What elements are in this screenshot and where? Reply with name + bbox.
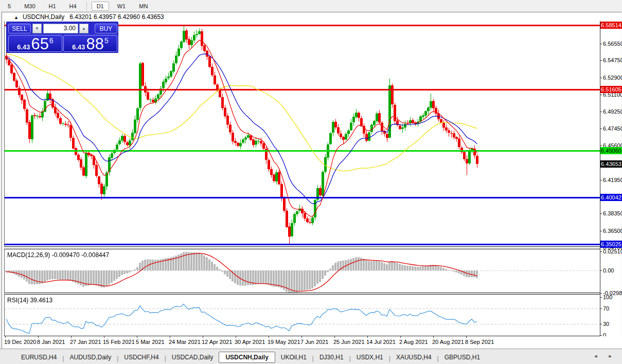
sell-price-big-digits: 65 [31, 37, 49, 51]
timeframe-button-m30[interactable]: M30 [19, 2, 40, 11]
sell-price-pip-digit: 6 [49, 37, 54, 45]
buy-price-pip-digit: 5 [104, 37, 109, 45]
rsi-top-border [4, 294, 600, 295]
tab-gbpusd-h1[interactable]: GBPUSD,H1 [439, 352, 486, 363]
price-axis-label: 6.47450 [603, 125, 622, 132]
tab-scroll-arrows[interactable]: ◂ ▸ [594, 353, 617, 359]
date-axis-tick [334, 336, 335, 338]
date-axis-tick [38, 336, 39, 338]
volume-input[interactable]: 3.00 [43, 24, 78, 33]
timeframe-button-d1[interactable]: D1 [92, 2, 109, 11]
price-axis-tick [600, 129, 602, 129]
date-axis-tick [104, 336, 104, 338]
tab-dj30-h1[interactable]: DJ30,H1 [314, 352, 349, 363]
timeframe-button-h4[interactable]: H4 [64, 2, 82, 11]
panel-collapse-icon[interactable]: ▲ [14, 15, 19, 20]
tab-usdchf-h4[interactable]: USDCHF,H4 [118, 352, 164, 363]
price-level-badge-6-35025: 6.35025 [600, 241, 622, 248]
rsi-axis-label: 30 [603, 321, 609, 327]
date-axis-label: 7 Jun 2021 [300, 339, 328, 345]
price-axis-tick [600, 180, 602, 180]
tab-audusd-daily[interactable]: AUDUSD,Daily [64, 352, 117, 363]
price-axis-label: 6.38350 [603, 210, 622, 216]
tab-ukoil-h1[interactable]: UKOil,H1 [275, 352, 312, 363]
chart-symbol-title: USDCNH,Daily [23, 13, 64, 21]
buy-price-big-digits: 88 [86, 37, 104, 51]
price-axis-tick [600, 145, 602, 146]
date-axis-label: 15 Feb 2021 [103, 339, 135, 345]
price-axis-tick [600, 60, 602, 61]
date-axis-tick [137, 336, 137, 338]
tab-eurusd-h4[interactable]: EURUSD,H4 [15, 352, 62, 363]
date-axis-label: 5 Mar 2021 [136, 339, 165, 345]
date-axis-label: 20 Aug 2021 [432, 339, 464, 345]
timeframe-button-h1[interactable]: H1 [44, 2, 61, 11]
buy-button[interactable]: BUY [95, 24, 117, 33]
date-axis-label: 8 Jan 2021 [37, 339, 65, 345]
chart-title-row: ▲USDCNH,Daily6.43201 6.43957 6.42960 6.4… [5, 13, 164, 21]
rsi-panel-canvas[interactable] [5, 295, 600, 336]
timeframe-toolbar: 5M30H1H4D1W1MN [0, 0, 622, 12]
price-axis-tick [600, 270, 602, 271]
sell-button[interactable]: SELL [8, 24, 31, 33]
sell-price-display[interactable]: 6.43 65 6 [8, 35, 62, 52]
mt4-window: 5M30H1H4D1W1MN ▲USDCNH,Daily6.43201 6.43… [0, 0, 622, 364]
toolbar-separator [86, 2, 87, 11]
price-level-badge-6-58514: 6.58514 [600, 22, 622, 29]
timeframe-button-mn[interactable]: MN [134, 2, 153, 11]
timeframe-button-5[interactable]: 5 [3, 2, 16, 11]
price-axis-tick [600, 112, 602, 112]
one-click-trading-panel: SELL ▼ 3.00 ▲ BUY 6.43 65 6 6.43 88 5 [6, 22, 118, 53]
price-axis-tick [600, 308, 602, 309]
price-axis-tick [600, 297, 602, 298]
chart-tabs-bar: EURUSD,H4|AUDUSD,Daily|USDCHF,H4|USDCAD,… [0, 349, 622, 364]
date-axis-tick [433, 336, 434, 338]
price-axis-label: 6.56550 [603, 41, 622, 47]
buy-price-display[interactable]: 6.43 88 5 [63, 35, 117, 52]
rsi-axis-label: 70 [603, 305, 609, 312]
rsi-indicator-label: RSI(14) 39.4613 [7, 297, 52, 304]
volume-increase-button[interactable]: ▲ [79, 24, 88, 33]
macd-indicator-label: MACD(12,26,9) -0.009470 -0.008447 [7, 251, 109, 259]
macd-axis-label: 0.025108 [603, 248, 622, 254]
tab-usdx-h1[interactable]: USDX,H1 [351, 352, 389, 363]
date-axis-tick [301, 336, 302, 338]
date-axis-tick [5, 336, 6, 338]
price-axis-tick [600, 293, 602, 294]
date-axis-label: 27 Jan 2021 [70, 339, 101, 345]
date-axis: 19 Dec 20208 Jan 202127 Jan 202115 Feb 2… [2, 336, 622, 349]
volume-decrease-button[interactable]: ▼ [32, 24, 42, 33]
date-axis-tick [236, 336, 236, 338]
date-axis-tick [203, 336, 203, 338]
macd-top-border [4, 249, 600, 249]
main-chart-canvas[interactable] [5, 21, 600, 246]
price-axis-tick [600, 324, 602, 324]
chart-ohlc-values: 6.43201 6.43957 6.42960 6.43653 [69, 13, 164, 21]
date-axis-label: 24 Mar 2021 [169, 339, 201, 345]
price-axis-tick [600, 231, 602, 231]
buy-price-prefix: 6.43 [72, 43, 85, 51]
tab-usdcad-daily[interactable]: USDCAD,Daily [166, 352, 219, 363]
timeframe-button-w1[interactable]: W1 [112, 2, 131, 11]
price-axis-tick [600, 213, 602, 214]
price-axis-tick [600, 251, 602, 252]
rsi-axis-label: 100 [603, 294, 612, 300]
date-axis-label: 19 May 2021 [268, 339, 300, 345]
date-axis-label: 14 Jul 2021 [366, 339, 396, 345]
date-axis-tick [466, 336, 467, 338]
price-axis-border [600, 21, 600, 336]
price-axis-label: 6.54750 [603, 57, 622, 63]
price-axis-label: 6.49250 [603, 108, 622, 115]
date-axis-tick [269, 336, 269, 338]
price-axis-label: 6.52900 [603, 75, 622, 81]
price-level-badge-6-43653: 6.43653 [600, 160, 622, 168]
date-axis-label: 8 Sep 2021 [465, 339, 494, 345]
date-axis-label: 30 Apr 2021 [235, 339, 265, 345]
price-level-badge-6-40042: 6.40042 [600, 194, 622, 201]
price-level-badge-6-45060: 6.45060 [600, 147, 622, 154]
tab-usdcnh-daily[interactable]: USDCNH,Daily [219, 352, 275, 363]
sell-price-prefix: 6.43 [17, 43, 30, 51]
date-axis-label: 2 Aug 2021 [399, 339, 428, 345]
tab-xauusd-h4[interactable]: XAUUSD,H4 [390, 352, 437, 363]
date-axis-tick [170, 336, 170, 338]
